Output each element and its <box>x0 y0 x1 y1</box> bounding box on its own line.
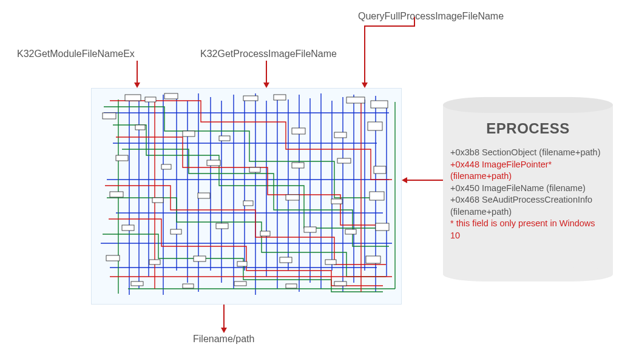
svg-rect-50 <box>116 155 128 161</box>
eprocess-field-sectionobject: +0x3b8 SectionObject (filename+path) <box>450 147 606 159</box>
arrow-k32module-seg <box>137 61 138 84</box>
eprocess-fields: +0x3b8 SectionObject (filename+path) +0x… <box>450 147 606 242</box>
eprocess-title: EPROCESS <box>443 120 613 137</box>
svg-rect-36 <box>125 95 141 101</box>
svg-rect-77 <box>366 256 380 263</box>
arrow-queryfull-head <box>362 83 368 88</box>
arrow-eprocess-seg <box>407 180 443 181</box>
arrow-filename-head <box>221 328 227 333</box>
svg-rect-59 <box>198 193 210 198</box>
svg-rect-75 <box>280 257 292 263</box>
svg-rect-56 <box>374 166 386 174</box>
svg-rect-63 <box>370 192 384 200</box>
svg-rect-58 <box>152 198 163 203</box>
svg-rect-47 <box>292 128 305 134</box>
svg-rect-81 <box>286 284 297 288</box>
svg-rect-65 <box>171 229 181 234</box>
svg-rect-40 <box>274 95 286 100</box>
label-queryfullprocessimagefilename: QueryFullProcessImageFileName <box>358 11 504 22</box>
svg-rect-80 <box>234 281 246 286</box>
eprocess-cylinder: EPROCESS +0x3b8 SectionObject (filename+… <box>443 97 613 282</box>
svg-rect-60 <box>243 201 253 206</box>
cylinder-bottom <box>443 267 613 281</box>
arrow-k32process-seg <box>266 61 267 84</box>
svg-rect-48 <box>334 132 346 138</box>
label-k32getprocessimagefilename: K32GetProcessImageFileName <box>200 49 337 59</box>
svg-rect-54 <box>292 163 304 168</box>
svg-rect-62 <box>331 199 342 204</box>
svg-rect-42 <box>371 101 388 108</box>
svg-rect-37 <box>145 97 156 102</box>
svg-rect-44 <box>135 125 145 130</box>
svg-rect-38 <box>164 93 178 99</box>
arrow-filename-seg <box>223 305 225 329</box>
svg-rect-43 <box>103 113 116 119</box>
arrow-k32process-head <box>263 83 269 88</box>
arrow-queryfull-seg1 <box>414 17 415 25</box>
arrow-queryfull-seg2 <box>364 25 415 27</box>
svg-rect-74 <box>237 261 247 266</box>
eprocess-field-seauditinfo: +0x468 SeAuditProcessCreationInfo (filen… <box>450 194 606 218</box>
svg-rect-78 <box>131 281 143 286</box>
svg-rect-46 <box>219 136 230 141</box>
call-graph-figure <box>91 88 402 305</box>
svg-rect-51 <box>161 164 171 169</box>
diagram-canvas: QueryFullProcessImageFileName K32GetModu… <box>0 0 622 364</box>
svg-rect-73 <box>194 256 206 261</box>
svg-rect-66 <box>216 223 228 229</box>
svg-rect-71 <box>106 255 120 261</box>
svg-rect-82 <box>334 281 346 286</box>
svg-rect-39 <box>243 96 258 101</box>
svg-rect-64 <box>122 225 134 231</box>
svg-rect-53 <box>249 167 260 172</box>
svg-rect-69 <box>345 229 356 234</box>
svg-rect-52 <box>207 160 220 166</box>
label-filename-path: Filename/path <box>193 334 254 345</box>
svg-rect-67 <box>260 231 270 236</box>
svg-rect-55 <box>337 158 351 163</box>
cylinder-top <box>443 97 613 113</box>
svg-rect-68 <box>304 227 316 232</box>
svg-rect-70 <box>376 223 389 231</box>
eprocess-field-imagefilepointer: +0x448 ImageFilePointer* (filename+path) <box>450 159 606 183</box>
svg-rect-45 <box>183 131 195 136</box>
svg-rect-49 <box>368 122 382 130</box>
svg-rect-61 <box>286 195 299 200</box>
arrow-eprocess-head <box>402 177 407 183</box>
call-graph-svg <box>92 89 401 304</box>
svg-rect-72 <box>149 260 160 265</box>
eprocess-footnote: * this field is only present in Windows … <box>450 218 606 241</box>
arrow-queryfull-seg3 <box>364 25 365 83</box>
svg-rect-41 <box>346 97 365 103</box>
arrow-k32module-head <box>134 83 140 88</box>
svg-rect-57 <box>110 192 123 197</box>
svg-rect-76 <box>325 260 336 265</box>
label-k32getmodulefilenameex: K32GetModuleFileNameEx <box>17 49 135 59</box>
eprocess-field-imagefilename: +0x450 ImageFileName (filename) <box>450 183 606 195</box>
svg-rect-79 <box>183 284 194 288</box>
